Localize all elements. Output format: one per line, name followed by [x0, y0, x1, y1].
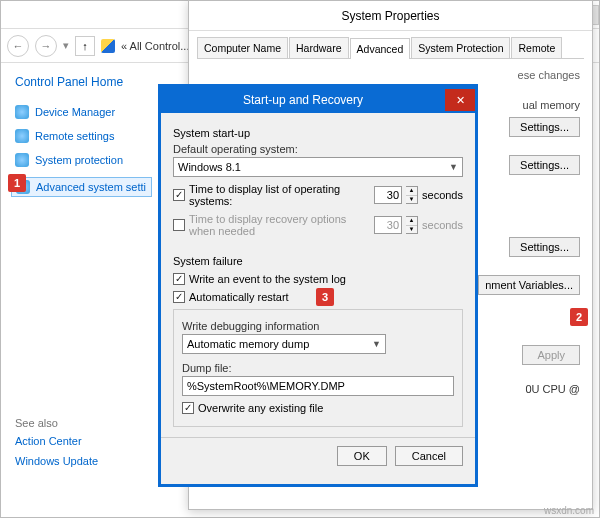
watermark: wsxdn.com	[544, 505, 594, 516]
ok-button[interactable]: OK	[337, 446, 387, 466]
chevron-down-icon[interactable]: ▾	[63, 39, 69, 52]
sidebar: Control Panel Home Device Manager Remote…	[1, 63, 166, 517]
debug-combo-value: Automatic memory dump	[187, 338, 309, 350]
chevron-down-icon: ▼	[372, 339, 381, 349]
dump-file-label: Dump file:	[182, 362, 454, 374]
startup-settings-button[interactable]: Settings...	[509, 237, 580, 257]
spin-up-icon[interactable]: ▲	[406, 187, 417, 196]
environment-variables-button[interactable]: nment Variables...	[478, 275, 580, 295]
forward-button[interactable]: →	[35, 35, 57, 57]
overwrite-checkbox[interactable]	[182, 402, 194, 414]
profiles-settings-button[interactable]: Settings...	[509, 155, 580, 175]
debug-combo[interactable]: Automatic memory dump▼	[182, 334, 386, 354]
tab-system-protection[interactable]: System Protection	[411, 37, 510, 58]
startup-close-button[interactable]: ✕	[445, 89, 475, 111]
system-protection-icon	[15, 153, 29, 167]
startup-titlebar: Start-up and Recovery ✕	[161, 87, 475, 113]
time-list-row: Time to display list of operating system…	[173, 183, 463, 207]
breadcrumb[interactable]: « All Control...	[121, 40, 189, 52]
seconds-label: seconds	[422, 189, 463, 201]
sidebar-item-system-protection[interactable]: System protection	[15, 153, 152, 167]
tab-remote[interactable]: Remote	[511, 37, 562, 58]
callout-badge-1: 1	[8, 174, 26, 192]
callout-badge-3: 3	[316, 288, 334, 306]
tab-computer-name[interactable]: Computer Name	[197, 37, 288, 58]
startup-recovery-dialog: Start-up and Recovery ✕ System start-up …	[158, 84, 478, 487]
callout-badge-2: 2	[570, 308, 588, 326]
system-startup-group: System start-up	[173, 127, 463, 139]
tabs: Computer Name Hardware Advanced System P…	[197, 37, 584, 59]
default-os-label: Default operating system:	[173, 143, 463, 155]
cancel-button[interactable]: Cancel	[395, 446, 463, 466]
spin-up-icon: ▲	[406, 217, 417, 226]
default-os-value: Windows 8.1	[178, 161, 241, 173]
seconds-label: seconds	[422, 219, 463, 231]
remote-settings-icon	[15, 129, 29, 143]
sidebar-item-device-manager[interactable]: Device Manager	[15, 105, 152, 119]
time-list-value[interactable]	[374, 186, 402, 204]
auto-restart-checkbox[interactable]	[173, 291, 185, 303]
time-recovery-row: Time to display recovery options when ne…	[173, 213, 463, 237]
time-recovery-checkbox[interactable]	[173, 219, 185, 231]
write-debug-label: Write debugging information	[182, 320, 454, 332]
windows-update-link[interactable]: Windows Update	[15, 455, 152, 467]
sidebar-item-label: Remote settings	[35, 130, 114, 142]
action-center-link[interactable]: Action Center	[15, 435, 152, 447]
sidebar-item-label: Advanced system setti	[36, 181, 146, 193]
tab-hardware[interactable]: Hardware	[289, 37, 349, 58]
time-list-checkbox[interactable]	[173, 189, 185, 201]
control-panel-home-link[interactable]: Control Panel Home	[15, 75, 152, 89]
time-recovery-label: Time to display recovery options when ne…	[189, 213, 370, 237]
virtual-memory-text: ual memory	[523, 99, 580, 111]
time-list-spinner[interactable]: ▲▼	[406, 186, 418, 204]
time-list-label: Time to display list of operating system…	[189, 183, 370, 207]
system-properties-title: System Properties	[189, 1, 592, 31]
startup-body: System start-up Default operating system…	[161, 113, 475, 437]
apply-button[interactable]: Apply	[522, 345, 580, 365]
auto-restart-label: Automatically restart	[189, 291, 289, 303]
shield-icon	[101, 39, 115, 53]
time-recovery-value	[374, 216, 402, 234]
sidebar-item-advanced-system-settings[interactable]: Advanced system setti	[11, 177, 152, 197]
write-event-checkbox[interactable]	[173, 273, 185, 285]
dump-file-field[interactable]	[182, 376, 454, 396]
chevron-down-icon: ▼	[449, 162, 458, 172]
startup-title: Start-up and Recovery	[161, 93, 445, 107]
spin-down-icon: ▼	[406, 226, 417, 234]
sidebar-item-label: Device Manager	[35, 106, 115, 118]
tab-advanced[interactable]: Advanced	[350, 38, 411, 59]
time-recovery-spinner: ▲▼	[406, 216, 418, 234]
see-also-heading: See also	[15, 417, 152, 429]
back-button[interactable]: ←	[7, 35, 29, 57]
debug-info-group: Write debugging information Automatic me…	[173, 309, 463, 427]
up-button[interactable]: ↑	[75, 36, 95, 56]
device-manager-icon	[15, 105, 29, 119]
dialog-buttons: OK Cancel	[161, 437, 475, 474]
overwrite-label: Overwrite any existing file	[198, 402, 323, 414]
spin-down-icon[interactable]: ▼	[406, 196, 417, 204]
write-event-label: Write an event to the system log	[189, 273, 346, 285]
changes-text: ese changes	[201, 69, 580, 81]
sidebar-item-label: System protection	[35, 154, 123, 166]
default-os-combo[interactable]: Windows 8.1▼	[173, 157, 463, 177]
sidebar-item-remote-settings[interactable]: Remote settings	[15, 129, 152, 143]
system-failure-group: System failure	[173, 255, 463, 267]
performance-settings-button[interactable]: Settings...	[509, 117, 580, 137]
